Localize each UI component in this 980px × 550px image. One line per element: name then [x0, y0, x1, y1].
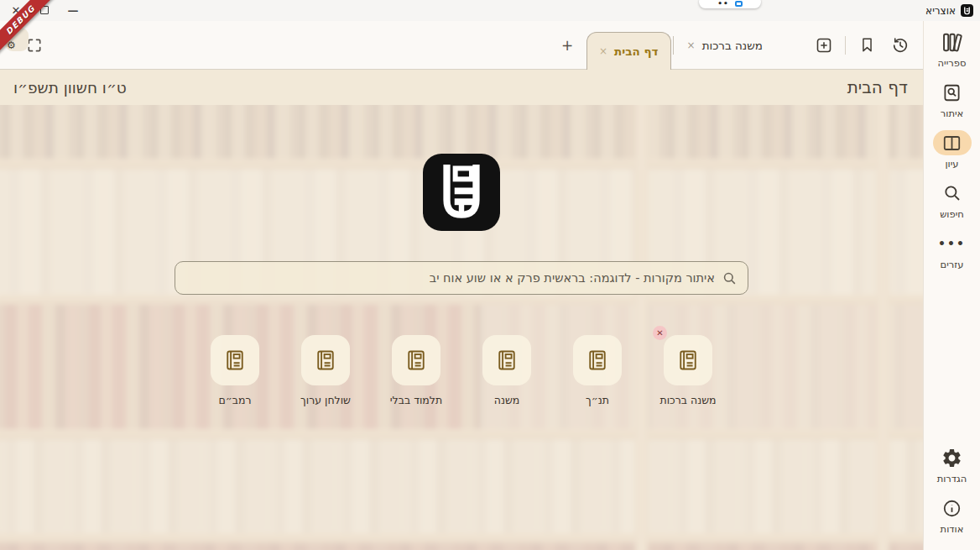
tab-label: משנה ברכות	[702, 39, 763, 52]
page-header: דף הבית ט״ו חשוון תשפ״ו	[0, 70, 923, 105]
app-logo-icon	[961, 4, 973, 17]
source-search-input[interactable]	[185, 271, 715, 285]
shortcut-tanakh[interactable]: תנ״ך	[573, 335, 622, 406]
sidebar-label: איתור	[941, 107, 963, 119]
shortcut-tile: ✕	[664, 335, 712, 385]
debug-menu-button[interactable]: ⚙	[5, 28, 29, 51]
info-icon	[933, 495, 972, 521]
shortcut-rambam[interactable]: רמב״ם	[211, 335, 259, 406]
flutter-inspector-icon	[735, 1, 743, 7]
tab-bar: משנה ברכות × דף הבית × + ⚙	[0, 21, 923, 70]
add-bookmark-button[interactable]	[811, 33, 837, 58]
tab-mishna-berachot[interactable]: משנה ברכות ×	[675, 27, 774, 64]
shortcut-label: משנה	[494, 394, 520, 406]
sidebar-label: חיפוש	[940, 208, 964, 220]
sidebar-item-settings[interactable]: הגדרות	[925, 445, 979, 485]
sidebar-label: אודות	[941, 523, 964, 535]
book-shortcuts-row: ✕ משנה ברכות תנ״ך	[211, 335, 712, 406]
shortcut-tile	[211, 335, 259, 385]
sidebar-item-library[interactable]: ספרייה	[925, 29, 979, 69]
sidebar-label: עזרים	[941, 259, 964, 270]
page-title: דף הבית	[847, 77, 923, 97]
overlay-dots-icon: ••	[717, 0, 729, 7]
shortcut-label: שולחן ערוך	[300, 394, 351, 406]
hebrew-date: ט״ו חשוון תשפ״ו	[0, 79, 127, 97]
window-titlebar: ✕ — •• אוצריא	[0, 0, 980, 21]
source-search-bar	[175, 261, 748, 295]
shortcut-shulchan-aruch[interactable]: שולחן ערוך	[301, 335, 350, 406]
shortcut-tile	[392, 335, 440, 385]
open-book-icon	[933, 130, 972, 155]
book-icon	[586, 348, 609, 372]
shortcut-tile	[573, 335, 622, 385]
sidebar-item-locate[interactable]: איתור	[925, 80, 979, 119]
shortcut-label: תנ״ך	[586, 394, 609, 406]
new-tab-button[interactable]: +	[556, 34, 578, 56]
sidebar-item-about[interactable]: אודות	[925, 495, 979, 535]
library-books-icon	[933, 29, 972, 55]
sidebar-item-helpers[interactable]: ••• עזרים	[925, 231, 979, 270]
flutter-debug-overlay[interactable]: ••	[699, 0, 761, 8]
bookmark-button[interactable]	[854, 33, 879, 58]
sidebar-item-search[interactable]: חיפוש	[925, 181, 979, 220]
gear-icon: ⚙	[7, 41, 16, 50]
tab-close-icon[interactable]: ×	[687, 39, 696, 51]
book-icon	[676, 348, 700, 372]
app-root: ספרייה איתור עיון חיפוש ••• עזרים	[0, 21, 980, 550]
search-icon	[722, 270, 738, 286]
toolbar-divider	[845, 36, 846, 55]
app-title-text: אוצריא	[925, 5, 956, 17]
book-icon	[223, 348, 247, 372]
shortcut-talmud-bavli[interactable]: תלמוד בבלי	[392, 335, 440, 406]
search-icon	[933, 181, 972, 206]
shortcut-mishna-berachot[interactable]: ✕ משנה ברכות	[664, 335, 712, 406]
window-minimize-button[interactable]: —	[59, 0, 87, 21]
ellipsis-icon: •••	[933, 231, 972, 256]
tab-divider	[673, 36, 674, 55]
shortcut-mishna[interactable]: משנה	[482, 335, 531, 406]
sidebar-item-browse[interactable]: עיון	[925, 130, 979, 170]
home-content: ✕ משנה ברכות תנ״ך	[0, 105, 923, 550]
maximize-icon	[40, 6, 49, 14]
shortcut-label: משנה ברכות	[659, 394, 716, 406]
tab-close-icon[interactable]: ×	[599, 45, 607, 57]
shortcut-tile	[482, 335, 531, 385]
window-close-button[interactable]: ✕	[2, 0, 30, 21]
remove-shortcut-button[interactable]: ✕	[653, 326, 667, 340]
otzaria-logo	[423, 154, 500, 231]
shortcut-label: רמב״ם	[218, 394, 251, 406]
shortcut-tile	[301, 335, 350, 385]
tab-label: דף הבית	[614, 45, 658, 58]
main-area: משנה ברכות × דף הבית × + ⚙ דף הבית ט״ו ח…	[0, 21, 923, 550]
window-title: אוצריא	[925, 4, 980, 17]
sidebar-label: ספרייה	[938, 57, 967, 69]
window-maximize-button[interactable]	[30, 0, 59, 21]
navigation-sidebar: ספרייה איתור עיון חיפוש ••• עזרים	[923, 21, 980, 550]
sidebar-label: הגדרות	[937, 473, 967, 485]
book-icon	[495, 348, 519, 372]
book-icon	[314, 348, 337, 372]
history-button[interactable]	[888, 33, 913, 58]
book-icon	[404, 348, 428, 372]
gear-icon	[933, 445, 972, 470]
book-search-icon	[933, 80, 972, 105]
tabbar-actions	[811, 21, 923, 69]
shortcut-label: תלמוד בבלי	[390, 394, 442, 406]
sidebar-label: עיון	[945, 158, 958, 170]
tab-home-active[interactable]: דף הבית ×	[586, 32, 671, 70]
